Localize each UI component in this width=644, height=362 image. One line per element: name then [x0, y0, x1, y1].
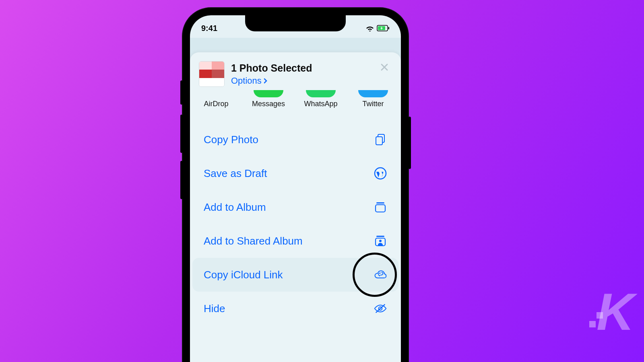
- chevron-right-icon: [263, 78, 268, 84]
- share-sheet: 1 Photo Selected Options AirDrop: [190, 52, 401, 362]
- action-add-album[interactable]: Add to Album: [192, 190, 398, 224]
- action-label: Add to Album: [204, 201, 266, 214]
- battery-icon: [377, 25, 390, 31]
- action-label: Copy Photo: [204, 134, 258, 146]
- share-app-twitter[interactable]: Twitter: [354, 90, 392, 108]
- share-app-airdrop[interactable]: AirDrop: [197, 90, 235, 108]
- action-hide[interactable]: Hide: [192, 292, 398, 325]
- svg-rect-8: [376, 236, 384, 237]
- wifi-icon: [365, 25, 374, 31]
- action-save-draft[interactable]: Save as Draft: [192, 156, 398, 190]
- action-label: Copy iCloud Link: [204, 269, 283, 281]
- action-add-shared-album[interactable]: Add to Shared Album: [192, 224, 398, 258]
- close-icon: [380, 63, 389, 72]
- action-copy-icloud-link[interactable]: Copy iCloud Link: [192, 258, 398, 292]
- sheet-title: 1 Photo Selected: [231, 62, 312, 74]
- phone-frame: 9:41: [183, 8, 408, 362]
- app-label: WhatsApp: [302, 100, 340, 108]
- action-copy-photo[interactable]: Copy Photo: [192, 123, 398, 156]
- album-icon: [374, 200, 387, 214]
- svg-rect-6: [376, 202, 384, 204]
- options-button[interactable]: Options: [231, 76, 312, 86]
- phone-power-button: [408, 117, 411, 169]
- watermark-letter: K: [597, 282, 632, 342]
- svg-rect-2: [388, 27, 390, 29]
- phone-side-button: [180, 80, 183, 105]
- shared-album-icon: [374, 234, 387, 248]
- photo-thumbnail[interactable]: [199, 61, 225, 87]
- icloud-link-icon: [374, 268, 387, 282]
- twitter-icon: [358, 90, 388, 97]
- svg-line-12: [376, 304, 385, 313]
- share-app-whatsapp[interactable]: WhatsApp: [302, 90, 340, 108]
- sheet-header: 1 Photo Selected Options: [190, 52, 401, 89]
- svg-rect-4: [376, 137, 382, 145]
- airdrop-icon: [201, 90, 231, 97]
- watermark-logo: K: [589, 282, 632, 342]
- phone-notch: [245, 15, 346, 31]
- copy-icon: [374, 133, 387, 146]
- messages-icon: [254, 90, 283, 97]
- action-label: Save as Draft: [204, 167, 267, 180]
- hide-icon: [374, 302, 387, 315]
- app-label: Messages: [250, 100, 287, 108]
- app-label: Twitter: [354, 100, 392, 108]
- options-label: Options: [231, 76, 262, 86]
- phone-screen: 9:41: [190, 15, 401, 362]
- status-time: 9:41: [201, 24, 217, 33]
- gradient-background: 9:41: [0, 0, 644, 362]
- actions-list: Copy Photo Save as Draft Add to Album: [190, 115, 401, 325]
- phone-volume-up: [180, 115, 183, 153]
- phone-volume-down: [180, 161, 183, 199]
- action-label: Hide: [204, 302, 225, 315]
- action-label: Add to Shared Album: [204, 235, 303, 247]
- watermark-dots-icon: [589, 310, 596, 330]
- share-app-messages[interactable]: Messages: [250, 90, 287, 108]
- app-label: AirDrop: [197, 100, 235, 108]
- whatsapp-icon: [306, 90, 336, 97]
- close-button[interactable]: [378, 60, 391, 74]
- svg-point-5: [375, 168, 386, 179]
- svg-rect-7: [376, 205, 385, 212]
- svg-point-10: [379, 240, 382, 242]
- share-apps-row[interactable]: AirDrop Messages WhatsApp Twitter: [190, 89, 401, 115]
- wordpress-icon: [374, 167, 387, 180]
